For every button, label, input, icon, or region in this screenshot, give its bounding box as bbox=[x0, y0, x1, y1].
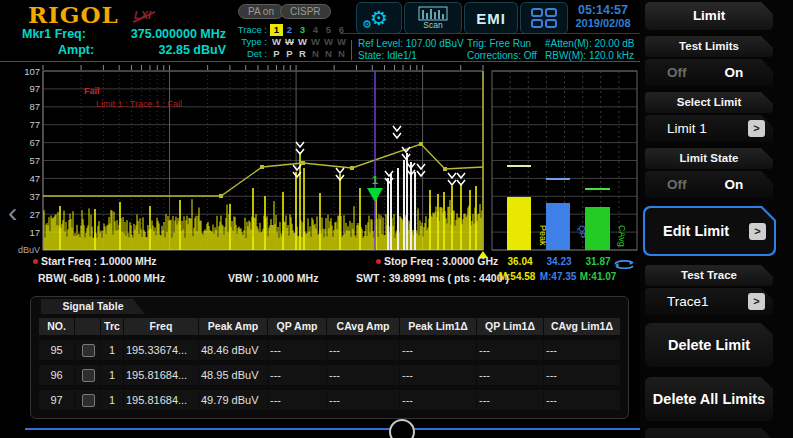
swap-arrows-icon[interactable] bbox=[612, 257, 636, 269]
col-header-CAvg Lim1Δ: CAvg Lim1Δ bbox=[544, 318, 620, 335]
vbw-annotation: VBW : 10.000 MHz bbox=[228, 272, 318, 284]
table-cell: --- bbox=[327, 340, 399, 360]
col-header-QP Amp: QP Amp bbox=[268, 318, 326, 335]
col-header-CAvg Amp: CAvg Amp bbox=[327, 318, 399, 335]
peak-meter-value: 36.04 bbox=[503, 256, 537, 267]
col-header-Freq: Freq bbox=[124, 318, 198, 335]
table-cell: --- bbox=[327, 390, 399, 410]
table-cell: --- bbox=[400, 390, 476, 410]
limit-state-off[interactable]: Off bbox=[667, 177, 687, 192]
peak-meter-max: M:54.58 bbox=[497, 271, 537, 282]
swt-annotation: SWT : 39.8991 ms ( pts : 4400 ) bbox=[356, 272, 509, 284]
stop-freq-annotation: Stop Freq : 3.0000 GHz bbox=[376, 255, 498, 267]
limit-state-toggle[interactable]: Off On bbox=[645, 171, 773, 198]
col-header-Peak Amp: Peak Amp bbox=[199, 318, 267, 335]
signal-table-tab[interactable]: Signal Table bbox=[41, 299, 145, 314]
table-cell: 96 bbox=[39, 365, 74, 385]
chevron-right-icon[interactable]: > bbox=[748, 120, 765, 137]
edit-limit-label: Edit Limit bbox=[663, 223, 749, 239]
test-limits-header: Test Limits bbox=[645, 36, 773, 57]
svg-text:77: 77 bbox=[29, 119, 40, 130]
table-cell: --- bbox=[544, 390, 620, 410]
cavg-meter-max: M:41.07 bbox=[578, 271, 618, 282]
table-cell: 48.46 dBuV bbox=[199, 340, 267, 360]
table-cell: --- bbox=[544, 365, 620, 385]
col-header-Trc: Trc bbox=[101, 318, 123, 335]
table-cell bbox=[75, 390, 100, 410]
table-row[interactable]: 951195.33674...48.46 dBuV--------------- bbox=[39, 340, 616, 360]
limit-status-text: Limit 1 : Trace 1 : Fail bbox=[96, 99, 182, 109]
page-control: ◀ 1/1 ▶ bbox=[645, 428, 773, 438]
svg-text:CAvg: CAvg bbox=[617, 225, 627, 247]
row-checkbox[interactable] bbox=[82, 344, 95, 357]
svg-text:67: 67 bbox=[29, 137, 40, 148]
row-checkbox[interactable] bbox=[82, 394, 95, 407]
delete-limit-button[interactable]: Delete Limit bbox=[645, 323, 773, 367]
svg-text:97: 97 bbox=[29, 83, 40, 94]
qp-meter-value: 34.23 bbox=[542, 256, 576, 267]
table-cell: --- bbox=[477, 390, 543, 410]
table-cell: 195.81684... bbox=[124, 390, 198, 410]
table-row[interactable]: 971195.81684...49.79 dBuV--------------- bbox=[39, 390, 616, 410]
test-limits-off[interactable]: Off bbox=[667, 65, 687, 80]
select-limit-header: Select Limit bbox=[645, 92, 773, 113]
col-header-QP Lim1Δ: QP Lim1Δ bbox=[477, 318, 543, 335]
signal-table-panel: Signal Table NO.TrcFreqPeak AmpQP AmpCAv… bbox=[30, 296, 629, 419]
delete-all-limits-button[interactable]: Delete All Limits bbox=[645, 377, 773, 421]
table-cell: 48.95 dBuV bbox=[199, 365, 267, 385]
svg-text:17: 17 bbox=[29, 227, 40, 238]
table-cell: --- bbox=[268, 390, 326, 410]
table-row[interactable]: 961195.81684...48.95 dBuV--------------- bbox=[39, 365, 616, 385]
softkey-menu: Limit Test Limits Off On Select Limit Li… bbox=[640, 0, 793, 438]
test-trace-value: Trace1 bbox=[667, 294, 748, 309]
table-cell: --- bbox=[400, 340, 476, 360]
table-cell: 195.33674... bbox=[124, 340, 198, 360]
col-header-Peak Lim1Δ: Peak Lim1Δ bbox=[400, 318, 476, 335]
table-cell: 97 bbox=[39, 390, 74, 410]
table-cell: --- bbox=[327, 365, 399, 385]
svg-text:57: 57 bbox=[29, 155, 40, 166]
svg-text:27: 27 bbox=[29, 209, 40, 220]
table-cell bbox=[75, 365, 100, 385]
test-limits-on[interactable]: On bbox=[725, 65, 744, 80]
test-limits-toggle[interactable]: Off On bbox=[645, 59, 773, 86]
collapse-left-chevron[interactable]: ‹ bbox=[8, 196, 17, 230]
pane-divider[interactable] bbox=[25, 428, 640, 430]
row-checkbox[interactable] bbox=[82, 369, 95, 382]
table-cell: 95 bbox=[39, 340, 74, 360]
fail-flag: Fail bbox=[84, 86, 100, 96]
edit-limit-button[interactable]: Edit Limit > bbox=[643, 206, 776, 256]
select-limit-button[interactable]: Limit 1 > bbox=[645, 115, 773, 142]
cavg-meter-value: 31.87 bbox=[581, 256, 615, 267]
table-cell: 49.79 dBuV bbox=[199, 390, 267, 410]
limit-state-on[interactable]: On bbox=[725, 177, 744, 192]
svg-text:107: 107 bbox=[24, 66, 40, 77]
table-cell: --- bbox=[477, 365, 543, 385]
select-limit-value: Limit 1 bbox=[667, 121, 748, 136]
table-cell: --- bbox=[400, 365, 476, 385]
rbw-annotation: RBW( -6dB ) : 1.0000 MHz bbox=[38, 272, 165, 284]
spectrum-svg: 107978777675747372717dBuV1PeakQPCAvg bbox=[0, 0, 640, 296]
col-header-select bbox=[75, 318, 100, 335]
table-cell: 1 bbox=[101, 340, 123, 360]
table-cell: 1 bbox=[101, 390, 123, 410]
red-dot-icon bbox=[376, 259, 381, 264]
svg-text:37: 37 bbox=[29, 191, 40, 202]
qp-meter-max: M:47.35 bbox=[538, 271, 578, 282]
chevron-right-icon[interactable]: > bbox=[749, 223, 766, 240]
emi-analyzer-screen: { "header": { "logo": "RIGOL", "logo_sub… bbox=[0, 0, 793, 438]
test-trace-header: Test Trace bbox=[645, 265, 773, 286]
table-cell bbox=[75, 340, 100, 360]
svg-text:dBuV: dBuV bbox=[18, 245, 40, 255]
table-cell: --- bbox=[477, 340, 543, 360]
test-trace-button[interactable]: Trace1 > bbox=[645, 288, 773, 315]
col-header-NO.: NO. bbox=[39, 318, 74, 335]
divider-drag-handle[interactable] bbox=[389, 419, 415, 438]
signal-table: NO.TrcFreqPeak AmpQP AmpCAvg AmpPeak Lim… bbox=[39, 318, 616, 410]
table-cell: 1 bbox=[101, 365, 123, 385]
red-dot-icon bbox=[33, 259, 38, 264]
svg-text:87: 87 bbox=[29, 101, 40, 112]
chevron-right-icon[interactable]: > bbox=[748, 293, 765, 310]
svg-text:1: 1 bbox=[372, 174, 378, 186]
table-cell: --- bbox=[268, 340, 326, 360]
